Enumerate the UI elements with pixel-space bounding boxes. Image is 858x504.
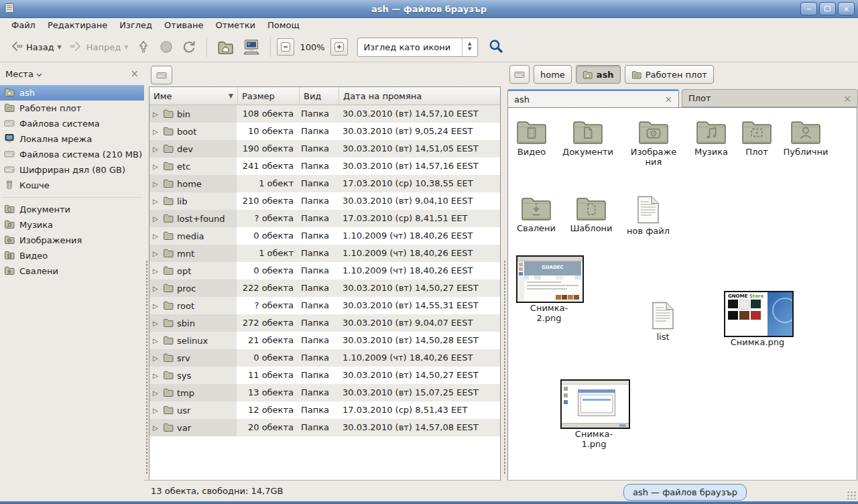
- table-row-boot[interactable]: ▷boot10 обектаПапка30.03.2010 (вт) 9,05,…: [149, 123, 500, 140]
- menu-view[interactable]: Изглед: [113, 19, 158, 32]
- file-item-видео[interactable]: Видео: [507, 118, 562, 158]
- expander-icon[interactable]: ▷: [153, 372, 160, 379]
- table-row-srv[interactable]: ▷srv0 обектаПапка1.10.2009 (чт) 18,40,26…: [149, 349, 500, 367]
- close-button[interactable]: ×: [838, 2, 855, 15]
- menu-bookmarks[interactable]: Отметки: [209, 19, 261, 32]
- forward-button[interactable]: Напред ▼: [66, 37, 133, 58]
- menu-edit[interactable]: Редактиране: [42, 19, 113, 32]
- expander-icon[interactable]: ▷: [153, 233, 160, 240]
- forward-dropdown-icon[interactable]: ▼: [124, 44, 128, 50]
- expander-icon[interactable]: ▷: [153, 180, 160, 188]
- sidebar-close-icon[interactable]: ×: [130, 68, 139, 80]
- table-row-mnt[interactable]: ▷mnt1 обектПапка1.10.2009 (чт) 18,40,26 …: [149, 245, 500, 262]
- view-mode-select[interactable]: Изглед като икони ▲▼: [357, 38, 478, 57]
- expander-icon[interactable]: ▷: [153, 424, 160, 432]
- taskbar-tooltip[interactable]: ash — файлов браузър: [623, 484, 747, 501]
- table-row-home[interactable]: ▷home1 обектПапка17.03.2010 (ср) 10,38,5…: [149, 175, 500, 192]
- menu-file[interactable]: Файл: [5, 19, 42, 32]
- sidebar-item-файлова-система[interactable]: Файлова система: [0, 116, 144, 131]
- column-header-date[interactable]: Дата на промяна: [339, 87, 500, 105]
- image-thumbnail[interactable]: GNOME Store: [724, 291, 794, 337]
- expander-icon[interactable]: ▷: [153, 145, 160, 153]
- sidebar-item-видео[interactable]: Видео: [0, 248, 144, 263]
- expander-icon[interactable]: ▷: [153, 111, 160, 118]
- sidebar-item-документи[interactable]: Документи: [0, 202, 144, 217]
- expander-icon[interactable]: ▷: [153, 128, 160, 135]
- table-row-etc[interactable]: ▷etc241 обектаПапка30.03.2010 (вт) 14,57…: [149, 158, 500, 175]
- image-thumbnail[interactable]: GUADEC: [516, 255, 584, 303]
- minimize-button[interactable]: −: [800, 2, 817, 15]
- back-button[interactable]: Назад ▼: [5, 37, 66, 58]
- table-row-sys[interactable]: ▷sys11 обектаПапка30.03.2010 (вт) 14,50,…: [149, 367, 500, 384]
- table-row-sbin[interactable]: ▷sbin272 обектаПапка30.03.2010 (вт) 9,04…: [149, 314, 500, 332]
- pane-splitter[interactable]: [501, 62, 507, 501]
- file-item-снимка-2.png[interactable]: Снимка-2.png: [515, 303, 583, 324]
- path-button-home[interactable]: home: [534, 65, 572, 84]
- tab-ash[interactable]: ash ×: [507, 89, 679, 107]
- maximize-button[interactable]: [819, 2, 836, 15]
- view-mode-spinner-icon[interactable]: ▲▼: [462, 38, 477, 56]
- expander-icon[interactable]: ▷: [153, 320, 160, 327]
- column-header-size[interactable]: Размер: [238, 87, 300, 105]
- expander-icon[interactable]: ▷: [153, 267, 160, 275]
- expander-icon[interactable]: ▷: [153, 250, 160, 257]
- expander-icon[interactable]: ▷: [153, 355, 160, 362]
- table-row-var[interactable]: ▷var20 обектаПапка30.03.2010 (вт) 14,57,…: [149, 419, 500, 436]
- resize-grip[interactable]: [847, 491, 856, 499]
- table-row-lib[interactable]: ▷lib210 обектаПапка30.03.2010 (вт) 9,04,…: [149, 192, 500, 210]
- expander-icon[interactable]: ▷: [153, 163, 160, 170]
- titlebar[interactable]: ash — файлов браузър − ×: [0, 0, 858, 18]
- computer-button[interactable]: [239, 36, 264, 58]
- menu-go[interactable]: Отиване: [158, 19, 209, 32]
- file-item-документи[interactable]: Документи: [557, 118, 619, 158]
- left-pane-root-path-button[interactable]: [151, 66, 172, 84]
- search-button[interactable]: [486, 36, 506, 58]
- sidebar-item-свалени[interactable]: Свалени: [0, 263, 144, 279]
- file-item-снимка-1.png[interactable]: Снимка-1.png: [560, 429, 627, 450]
- menu-help[interactable]: Помощ: [261, 19, 306, 32]
- expander-icon[interactable]: ▷: [153, 389, 160, 397]
- column-header-type[interactable]: Вид: [300, 87, 339, 105]
- expander-icon[interactable]: ▷: [153, 337, 160, 344]
- sidebar-title[interactable]: Места: [5, 69, 34, 79]
- column-header-name[interactable]: Име ▼: [149, 87, 238, 105]
- home-button[interactable]: [213, 36, 239, 58]
- sidebar-item-работен-плот[interactable]: Работен плот: [0, 101, 144, 116]
- sidebar-item-ash[interactable]: ash: [0, 85, 144, 101]
- file-item-публични[interactable]: Публични: [775, 118, 837, 158]
- file-item-list[interactable]: list: [632, 302, 694, 342]
- tab-desktop[interactable]: Плот ×: [682, 89, 858, 107]
- table-row-lost+found[interactable]: ▷lost+found? обектаПапка17.03.2010 (ср) …: [149, 210, 500, 227]
- zoom-in-button[interactable]: [330, 38, 348, 56]
- file-item-шаблони[interactable]: Шаблони: [560, 194, 622, 234]
- path-button-root[interactable]: [509, 65, 530, 84]
- stop-button[interactable]: [155, 37, 178, 57]
- path-button-desktop[interactable]: Работен плот: [625, 65, 714, 84]
- table-row-dev[interactable]: ▷dev190 обектаПапка30.03.2010 (вт) 14,51…: [149, 140, 500, 158]
- expander-icon[interactable]: ▷: [153, 407, 160, 414]
- expander-icon[interactable]: ▷: [153, 215, 160, 223]
- icon-view[interactable]: ВидеоДокументиИзображенияМузикаПлотПубли…: [507, 107, 857, 481]
- sidebar-item-файлова-система-210-mb-[interactable]: Файлова система (210 MB): [0, 147, 144, 162]
- sidebar-item-кошче[interactable]: Кошче: [0, 178, 144, 193]
- sidebar-title-dropdown-icon[interactable]: [36, 69, 42, 79]
- up-button[interactable]: [132, 37, 155, 57]
- file-item-снимка.png[interactable]: Снимка.png: [724, 337, 791, 348]
- back-dropdown-icon[interactable]: ▼: [58, 44, 62, 50]
- file-item-свалени[interactable]: Свалени: [507, 194, 567, 234]
- file-item-нов-файл[interactable]: нов файл: [617, 196, 679, 237]
- sidebar-item-музика[interactable]: Музика: [0, 217, 144, 233]
- table-row-root[interactable]: ▷root? обектаПапка30.03.2010 (вт) 14,55,…: [149, 297, 500, 314]
- expander-icon[interactable]: ▷: [153, 198, 160, 205]
- expander-icon[interactable]: ▷: [153, 302, 160, 310]
- table-row-opt[interactable]: ▷opt0 обектаПапка1.10.2009 (чт) 18,40,26…: [149, 262, 500, 279]
- tab-close-icon[interactable]: ×: [843, 93, 851, 104]
- sidebar-item-шифриран-дял-80-gb-[interactable]: Шифриран дял (80 GB): [0, 162, 144, 178]
- path-button-ash[interactable]: ash: [576, 65, 621, 84]
- reload-button[interactable]: [178, 37, 200, 57]
- table-row-media[interactable]: ▷media0 обектаПапка1.10.2009 (чт) 18,40,…: [149, 227, 500, 245]
- expander-icon[interactable]: ▷: [153, 285, 160, 292]
- sidebar-item-изображения[interactable]: Изображения: [0, 233, 144, 248]
- table-row-tmp[interactable]: ▷tmp13 обектаПапка30.03.2010 (вт) 15,07,…: [149, 384, 500, 401]
- sidebar-item-локална-мрежа[interactable]: Локална мрежа: [0, 131, 144, 147]
